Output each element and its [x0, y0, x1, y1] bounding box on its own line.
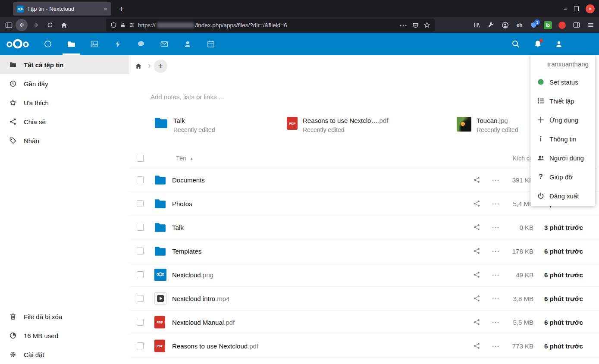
sidebar-item-favorites[interactable]: Ưa thích — [0, 93, 129, 112]
menu-item-settings[interactable]: Thiết lập — [530, 91, 595, 110]
permissions-icon[interactable] — [129, 22, 135, 28]
notifications-bell-icon[interactable] — [530, 36, 546, 52]
share-button[interactable] — [473, 342, 480, 349]
hamburger-menu-icon[interactable] — [584, 19, 597, 31]
file-name-link[interactable]: Reasons to use Nextcloud.pdf — [172, 342, 258, 350]
tracking-protection-shield-icon[interactable] — [110, 22, 117, 28]
sidebar-item-settings[interactable]: Cài đặt — [0, 345, 129, 364]
share-button[interactable] — [473, 176, 480, 183]
sidebar-item-all-files[interactable]: Tất cả tệp tin — [0, 55, 129, 74]
app-activity-icon[interactable] — [106, 33, 129, 55]
table-row[interactable]: Templates ··· 178 KB 6 phút trước — [129, 239, 599, 263]
row-checkbox[interactable] — [137, 248, 144, 254]
file-name-link[interactable]: Talk — [172, 224, 184, 231]
app-photos-icon[interactable] — [83, 33, 106, 55]
table-row[interactable]: Documents ··· 391 KB — [129, 168, 599, 192]
sidebar-item-quota[interactable]: 16 MB used — [0, 326, 129, 345]
app-dashboard-icon[interactable] — [36, 33, 60, 55]
file-name-link[interactable]: Nextcloud Manual.pdf — [172, 319, 235, 326]
more-actions-button[interactable]: ··· — [492, 295, 500, 302]
sidebar-item-tags[interactable]: Nhãn — [0, 131, 129, 150]
table-row[interactable]: Talk ··· 0 KB 3 phút trước — [129, 216, 599, 239]
app-talk-icon[interactable] — [129, 33, 153, 55]
extension-shield-icon[interactable]: 3 — [527, 19, 540, 31]
row-checkbox[interactable] — [137, 200, 144, 207]
share-button[interactable] — [473, 295, 480, 302]
menu-item-users[interactable]: Người dùng — [530, 148, 595, 167]
extension-red-icon[interactable] — [556, 19, 568, 31]
tab-close-icon[interactable]: × — [103, 5, 107, 13]
share-button[interactable] — [473, 271, 480, 278]
sidebar-item-deleted-files[interactable]: File đã bị xóa — [0, 307, 129, 326]
search-icon[interactable] — [508, 36, 524, 52]
sidebars-icon[interactable] — [570, 19, 583, 31]
table-row[interactable]: Nextcloud.png ··· 49 KB 6 phút trước — [129, 263, 599, 287]
share-button[interactable] — [473, 224, 480, 231]
home-button[interactable] — [58, 19, 70, 31]
app-calendar-icon[interactable] — [199, 33, 223, 55]
account-icon[interactable] — [499, 19, 511, 31]
library-icon[interactable] — [470, 19, 483, 31]
url-bar[interactable]: https:///index.php/apps/files/?dir=/&fil… — [106, 19, 435, 31]
menu-item-username[interactable]: tranxuanthang — [530, 55, 595, 72]
menu-item-apps[interactable]: Ứng dụng — [530, 110, 595, 129]
window-maximize-button[interactable] — [574, 6, 579, 11]
row-checkbox[interactable] — [137, 224, 144, 231]
share-button[interactable] — [473, 319, 480, 326]
menu-item-set-status[interactable]: Set status — [530, 72, 595, 91]
more-actions-button[interactable]: ··· — [492, 271, 500, 279]
nextcloud-logo[interactable] — [6, 38, 30, 50]
reload-button[interactable] — [44, 19, 56, 31]
file-name-link[interactable]: Photos — [172, 200, 192, 207]
new-tab-button[interactable]: + — [115, 2, 128, 16]
more-actions-button[interactable]: ··· — [492, 248, 500, 255]
sidebar-item-shares[interactable]: Chia sẻ — [0, 112, 129, 131]
menu-item-info[interactable]: Thông tin — [530, 129, 595, 148]
share-button[interactable] — [473, 248, 480, 254]
menu-item-help[interactable]: ? Giúp đỡ — [530, 167, 595, 186]
file-name-link[interactable]: Documents — [172, 176, 205, 184]
file-name-link[interactable]: Nextcloud intro.mp4 — [172, 295, 229, 302]
column-header-name[interactable]: Tên▲ — [176, 155, 193, 162]
window-minimize-button[interactable]: − — [563, 5, 567, 13]
app-mail-icon[interactable] — [153, 33, 176, 55]
recommendation-card[interactable]: PDF Reasons to use Nextclo….pdf Recently… — [287, 117, 388, 133]
row-checkbox[interactable] — [137, 342, 144, 349]
row-checkbox[interactable] — [137, 271, 144, 278]
recommendation-card[interactable]: Talk Recently edited — [154, 117, 215, 133]
extension-eh-icon[interactable]: eh — [513, 19, 526, 31]
select-all-checkbox[interactable] — [137, 155, 144, 162]
new-file-button[interactable]: + — [154, 60, 167, 73]
bookmark-star-icon[interactable] — [423, 22, 430, 28]
table-row[interactable]: PDF Reasons to use Nextcloud.pdf ··· 773… — [129, 334, 599, 358]
sidebar-item-recent[interactable]: Gần đây — [0, 74, 129, 93]
table-row[interactable]: Photos ··· 5,4 MB 6 phút trước — [129, 192, 599, 216]
table-row[interactable]: Nextcloud intro.mp4 ··· 3,8 MB 6 phút tr… — [129, 287, 599, 311]
extension-lb-icon[interactable]: lb — [542, 19, 554, 31]
menu-item-logout[interactable]: Đăng xuất — [530, 186, 595, 205]
file-name-link[interactable]: Templates — [172, 248, 201, 255]
app-contacts-icon[interactable] — [176, 33, 199, 55]
more-actions-button[interactable]: ··· — [492, 200, 500, 207]
recommendation-card[interactable]: Toucan.jpg Recently edited — [457, 117, 518, 133]
window-close-button[interactable]: × — [586, 4, 595, 13]
browser-tab[interactable]: Tập tin - Nextcloud × — [13, 2, 111, 16]
row-checkbox[interactable] — [137, 319, 144, 326]
page-actions-icon[interactable]: ··· — [400, 22, 408, 29]
more-actions-button[interactable]: ··· — [492, 224, 500, 231]
file-name-link[interactable]: Nextcloud.png — [172, 271, 213, 279]
sidebar-toggle-icon[interactable] — [3, 19, 15, 31]
column-header-size[interactable]: Kích cỡ — [474, 155, 533, 162]
pocket-icon[interactable] — [412, 22, 419, 28]
more-actions-button[interactable]: ··· — [492, 319, 500, 326]
notes-input[interactable]: Add notes, lists or links ... — [151, 93, 224, 100]
more-actions-button[interactable]: ··· — [492, 176, 500, 184]
table-row[interactable]: PDF Nextcloud Manual.pdf ··· 5,5 MB 6 ph… — [129, 311, 599, 334]
breadcrumb-home-icon[interactable] — [132, 60, 145, 72]
wrench-icon[interactable] — [485, 19, 497, 31]
row-checkbox[interactable] — [137, 295, 144, 302]
lock-icon[interactable] — [120, 22, 126, 28]
forward-button[interactable] — [30, 19, 42, 31]
url-text[interactable]: https:///index.php/apps/files/?dir=/&fil… — [138, 22, 287, 28]
app-files-icon[interactable] — [60, 33, 83, 55]
